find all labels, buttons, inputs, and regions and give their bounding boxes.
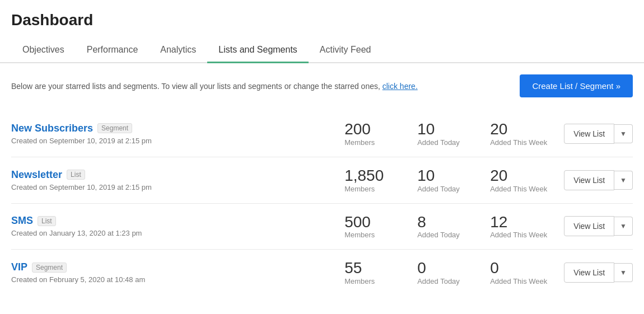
view-list-dropdown-new-subscribers[interactable]: ▼	[614, 124, 633, 143]
stat-added-week-new-subscribers: 20 Added This Week	[490, 121, 547, 147]
view-list-button-new-subscribers[interactable]: View List	[564, 124, 614, 144]
stat-added-week-vip: 0 Added This Week	[490, 260, 547, 285]
page-title: Dashboard	[0, 0, 644, 38]
view-list-button-vip[interactable]: View List	[564, 263, 614, 283]
stats-area-newsletter: 1,850 Members 10 Added Today 20 Added Th…	[344, 167, 547, 193]
action-area-newsletter: View List ▼	[564, 170, 633, 190]
list-info-newsletter: Newsletter List Created on September 10,…	[11, 169, 344, 191]
list-row: VIP Segment Created on February 5, 2020 …	[11, 250, 633, 296]
stat-added-today-newsletter: 10 Added Today	[417, 167, 468, 193]
list-created-newsletter: Created on September 10, 2019 at 2:15 pm	[11, 183, 344, 191]
stat-members-new-subscribers: 200 Members	[344, 121, 395, 147]
stats-area-sms: 500 Members 8 Added Today 12 Added This …	[344, 214, 547, 240]
list-name-sms[interactable]: SMS	[11, 215, 33, 227]
stat-added-week-newsletter: 20 Added This Week	[490, 167, 547, 193]
stat-members-newsletter: 1,850 Members	[344, 167, 395, 193]
list-type-badge-sms: List	[38, 216, 56, 226]
list-created-new-subscribers: Created on September 10, 2019 at 2:15 pm	[11, 137, 344, 145]
stats-area-vip: 55 Members 0 Added Today 0 Added This We…	[344, 260, 547, 285]
list-name-new-subscribers[interactable]: New Subscribers	[11, 123, 93, 134]
list-name-newsletter[interactable]: Newsletter	[11, 169, 62, 181]
view-list-dropdown-sms[interactable]: ▼	[614, 217, 633, 236]
tab-lists-and-segments[interactable]: Lists and Segments	[207, 38, 309, 63]
list-row: Newsletter List Created on September 10,…	[11, 157, 633, 204]
stat-members-vip: 55 Members	[344, 260, 395, 285]
list-info-vip: VIP Segment Created on February 5, 2020 …	[11, 261, 344, 284]
stat-members-sms: 500 Members	[344, 214, 395, 240]
content-area: Below are your starred lists and segment…	[0, 63, 644, 307]
info-bar: Below are your starred lists and segment…	[11, 74, 633, 97]
list-info-new-subscribers: New Subscribers Segment Created on Septe…	[11, 123, 344, 145]
list-row: New Subscribers Segment Created on Septe…	[11, 111, 633, 157]
list-name-vip[interactable]: VIP	[11, 261, 27, 273]
action-area-sms: View List ▼	[564, 216, 633, 236]
list-type-badge-vip: Segment	[32, 263, 67, 273]
tab-analytics[interactable]: Analytics	[149, 38, 207, 63]
list-type-badge-new-subscribers: Segment	[97, 123, 132, 133]
stat-added-week-sms: 12 Added This Week	[490, 214, 547, 240]
tab-objectives[interactable]: Objectives	[11, 38, 76, 63]
view-list-dropdown-newsletter[interactable]: ▼	[614, 171, 633, 190]
stat-added-today-sms: 8 Added Today	[417, 214, 468, 240]
action-area-new-subscribers: View List ▼	[564, 124, 633, 144]
click-here-link[interactable]: click here.	[382, 82, 418, 91]
view-list-dropdown-vip[interactable]: ▼	[614, 263, 633, 282]
lists-container: New Subscribers Segment Created on Septe…	[11, 111, 633, 296]
view-list-button-sms[interactable]: View List	[564, 216, 614, 236]
info-text: Below are your starred lists and segment…	[11, 82, 418, 91]
tab-performance[interactable]: Performance	[76, 38, 150, 63]
list-created-vip: Created on February 5, 2020 at 10:48 am	[11, 275, 344, 284]
list-created-sms: Created on January 13, 2020 at 1:23 pm	[11, 229, 344, 237]
page-container: Dashboard ObjectivesPerformanceAnalytics…	[0, 0, 644, 314]
list-info-sms: SMS List Created on January 13, 2020 at …	[11, 215, 344, 237]
list-type-badge-newsletter: List	[67, 170, 85, 180]
list-row: SMS List Created on January 13, 2020 at …	[11, 204, 633, 250]
create-list-segment-button[interactable]: Create List / Segment »	[520, 74, 633, 97]
tab-activity-feed[interactable]: Activity Feed	[309, 38, 382, 63]
stats-area-new-subscribers: 200 Members 10 Added Today 20 Added This…	[344, 121, 547, 147]
nav-tabs: ObjectivesPerformanceAnalyticsLists and …	[0, 38, 644, 63]
action-area-vip: View List ▼	[564, 263, 633, 283]
stat-added-today-vip: 0 Added Today	[417, 260, 468, 285]
view-list-button-newsletter[interactable]: View List	[564, 170, 614, 190]
stat-added-today-new-subscribers: 10 Added Today	[417, 121, 468, 147]
